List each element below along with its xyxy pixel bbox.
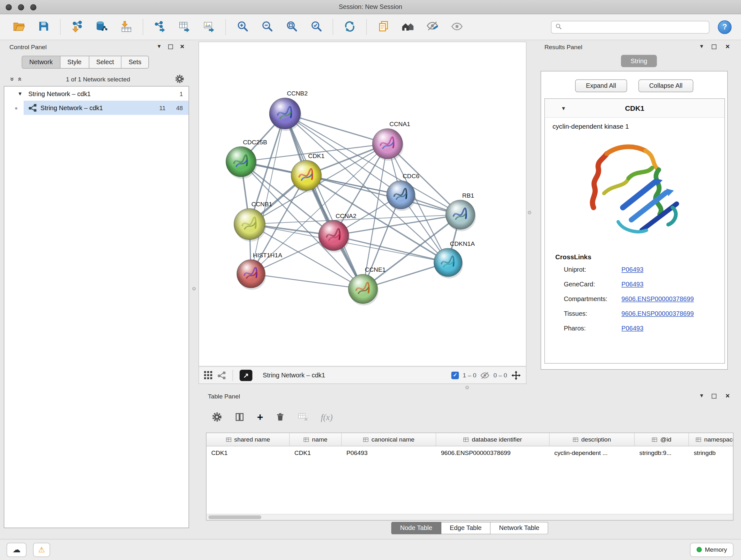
compartments-link[interactable]: 9606.ENSP00000378699 [621, 296, 694, 303]
right-splitter-handle[interactable] [528, 211, 531, 214]
tab-edge-table[interactable]: Edge Table [441, 522, 490, 535]
table-row[interactable]: CDK1 CDK1 P06493 9606.ENSP00000378699 cy… [206, 446, 733, 459]
gene-entry-header[interactable]: ▼ CDK1 [545, 99, 724, 118]
tab-select[interactable]: Select [89, 56, 121, 68]
maximize-panel-icon[interactable] [712, 394, 717, 399]
import-network-file-button[interactable] [66, 17, 88, 37]
zoom-fit-button[interactable] [281, 17, 302, 37]
show-columns-icon[interactable] [234, 412, 245, 423]
cell-description[interactable]: cyclin-dependent ... [549, 449, 635, 456]
collapse-all-button[interactable]: Collapse All [638, 79, 693, 92]
cell-namespace[interactable]: stringdb [689, 449, 733, 456]
column-header[interactable]: @id [635, 433, 689, 446]
cell-shared-name[interactable]: CDK1 [206, 449, 290, 456]
close-panel-icon[interactable]: × [725, 42, 730, 50]
float-panel-icon[interactable]: ▾ [700, 392, 703, 399]
tissues-link[interactable]: 9606.ENSP00000378699 [621, 310, 694, 317]
network-node-CCNB1[interactable] [234, 208, 266, 242]
cell-canonical-name[interactable]: P06493 [342, 449, 436, 456]
cell-id[interactable]: stringdb:9... [635, 449, 689, 456]
uniprot-link[interactable]: P06493 [621, 266, 643, 273]
memory-button[interactable]: Memory [690, 543, 733, 557]
cell-name[interactable]: CDK1 [290, 449, 342, 456]
collapse-tree-icon[interactable]: ▼ [17, 91, 23, 97]
column-header[interactable]: shared name [206, 433, 290, 446]
network-node-RB1[interactable] [446, 200, 476, 231]
maximize-panel-icon[interactable] [712, 44, 717, 49]
export-image-button[interactable] [198, 17, 219, 37]
string-tab[interactable]: String [621, 55, 657, 67]
genecard-link[interactable]: P06493 [621, 281, 643, 288]
collapse-all-icon[interactable]: » [15, 77, 23, 81]
tab-network-table[interactable]: Network Table [490, 522, 548, 535]
network-node-HIST1H1A[interactable] [237, 260, 266, 290]
column-header[interactable]: canonical name [342, 433, 436, 446]
pharos-link[interactable]: P06493 [621, 325, 643, 332]
network-edge[interactable] [333, 235, 448, 262]
column-header[interactable]: description [549, 433, 635, 446]
close-window-button[interactable] [6, 4, 12, 10]
scrollbar-thumb[interactable] [208, 515, 261, 519]
zoom-window-button[interactable] [30, 4, 37, 10]
network-node-CCNA1[interactable] [373, 129, 404, 161]
cell-database-identifier[interactable]: 9606.ENSP00000378699 [436, 449, 549, 456]
collapse-entry-icon[interactable]: ▼ [561, 105, 566, 111]
horizontal-scrollbar[interactable] [206, 514, 733, 520]
import-table-button[interactable] [115, 17, 137, 37]
column-header[interactable]: namespace [689, 433, 733, 446]
duplicate-button[interactable] [373, 17, 394, 37]
open-session-button[interactable] [8, 17, 30, 37]
maximize-panel-icon[interactable] [168, 44, 173, 49]
network-row-highlight[interactable]: String Network – cdk1 11 48 [23, 101, 189, 115]
add-column-icon[interactable]: + [257, 412, 263, 423]
column-header[interactable]: name [290, 433, 342, 446]
delete-column-icon[interactable] [275, 412, 285, 423]
network-edge[interactable] [251, 273, 363, 289]
hidden-eye-icon[interactable] [480, 370, 490, 380]
float-panel-icon[interactable]: ▾ [700, 43, 703, 50]
tab-sets[interactable]: Sets [122, 56, 148, 68]
network-node-CDC6[interactable] [387, 181, 416, 211]
network-node-CDKN1A[interactable] [434, 248, 463, 278]
tab-node-table[interactable]: Node Table [391, 522, 441, 535]
open-in-new-window-button[interactable]: ↗ [240, 369, 253, 381]
pan-crosshair-icon[interactable] [511, 370, 522, 381]
minimize-window-button[interactable] [18, 4, 24, 10]
network-node-CCNE1[interactable] [348, 274, 379, 306]
selected-checkbox-icon[interactable]: ✓ [451, 371, 459, 379]
eye-button[interactable] [446, 17, 468, 37]
network-row[interactable]: ● String Network – cdk1 11 48 [4, 101, 189, 115]
network-canvas[interactable]: CCNB2CCNA1CDC25BCDK1CDC6RB1CCNB1CCNA2CDK… [199, 42, 526, 366]
network-edge[interactable] [251, 113, 285, 273]
help-button[interactable]: ? [718, 20, 731, 34]
import-network-database-button[interactable] [91, 17, 112, 37]
expand-all-button[interactable]: Expand All [575, 79, 627, 92]
close-panel-icon[interactable]: × [725, 391, 730, 399]
float-panel-icon[interactable]: ▾ [158, 43, 161, 50]
cloud-button[interactable]: ☁ [7, 543, 26, 557]
tab-network[interactable]: Network [22, 56, 60, 68]
network-node-CDK1[interactable] [291, 160, 322, 192]
table-settings-gear-icon[interactable] [212, 412, 222, 423]
network-node-CDC25B[interactable] [226, 146, 257, 179]
export-table-button[interactable] [173, 17, 195, 37]
left-splitter-handle[interactable] [192, 287, 196, 290]
close-panel-icon[interactable]: × [180, 42, 185, 50]
bottom-splitter-handle[interactable] [466, 386, 469, 389]
network-collection-row[interactable]: ▼ String Network – cdk1 1 [4, 86, 189, 101]
network-options-gear-icon[interactable] [175, 74, 185, 84]
graphics-details-button[interactable] [421, 17, 443, 37]
export-network-button[interactable] [149, 17, 171, 37]
search-box[interactable] [551, 20, 710, 33]
network-edge[interactable] [307, 175, 461, 214]
search-input[interactable] [565, 23, 705, 30]
home-button[interactable] [397, 17, 419, 37]
zoom-in-button[interactable] [232, 17, 253, 37]
tab-style[interactable]: Style [60, 56, 89, 68]
network-share-icon[interactable] [217, 371, 226, 380]
zoom-selected-button[interactable] [306, 17, 327, 37]
warnings-button[interactable]: ⚠ [33, 543, 50, 557]
network-view[interactable]: CCNB2CCNA1CDC25BCDK1CDC6RB1CCNB1CCNA2CDK… [199, 42, 527, 366]
column-header[interactable]: database identifier [436, 433, 549, 446]
refresh-button[interactable] [339, 17, 360, 37]
